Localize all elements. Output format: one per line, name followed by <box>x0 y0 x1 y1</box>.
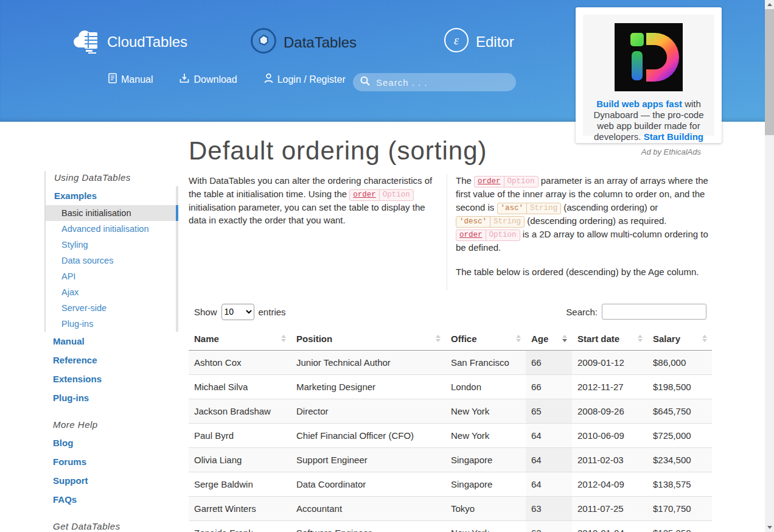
sidebar-item-styling[interactable]: Styling <box>46 237 178 253</box>
intro-paragraph-left: With DataTables you can alter the orderi… <box>189 174 438 227</box>
table-row[interactable]: Garrett WintersAccountantTokyo632011-07-… <box>189 496 712 520</box>
intro-right-column: The orderOption parameter is an array of… <box>447 174 712 290</box>
table-row[interactable]: Ashton CoxJunior Technical AuthorSan Fra… <box>189 350 712 374</box>
cell-salary: $198,500 <box>647 374 712 399</box>
scrollbar-thumb[interactable] <box>765 9 774 135</box>
cell-age: 64 <box>526 423 572 447</box>
sidebar-item-forums[interactable]: Forums <box>44 452 178 471</box>
scroll-up-icon <box>767 3 772 6</box>
column-header-name[interactable]: Name <box>189 327 291 351</box>
ad-attribution[interactable]: Ad by EthicalAds <box>576 147 701 156</box>
cell-office: Singapore <box>445 472 526 496</box>
editor-label: Editor <box>476 33 514 51</box>
nav-login-register[interactable]: Login / Register <box>264 73 346 86</box>
sidebar-item-examples[interactable]: Examples <box>46 186 178 205</box>
scroll-down-icon <box>767 526 772 529</box>
cell-age: 64 <box>526 472 572 496</box>
table-row[interactable]: Paul ByrdChief Financial Officer (CFO)Ne… <box>189 423 712 447</box>
examples-group: Examples Basic initialisationAdvanced in… <box>46 186 178 332</box>
table-body: Ashton CoxJunior Technical AuthorSan Fra… <box>189 350 712 532</box>
cell-age: 63 <box>526 496 572 520</box>
scroll-down-button[interactable] <box>765 523 774 532</box>
intro-left-column: With DataTables you can alter the orderi… <box>189 174 447 290</box>
search-icon <box>360 76 370 88</box>
cell-office: San Francisco <box>445 350 526 374</box>
sidebar-item-basic-initialisation[interactable]: Basic initialisation <box>46 205 178 221</box>
cloudtables-icon <box>72 27 101 57</box>
ad-link-start-building[interactable]: Start Building <box>644 131 703 142</box>
sidebar-item-ajax[interactable]: Ajax <box>46 284 178 300</box>
ad-link-build-web-apps-fast[interactable]: Build web apps fast <box>596 99 682 109</box>
cell-position: Data Coordinator <box>291 472 445 496</box>
sidebar-item-extensions[interactable]: Extensions <box>44 369 178 388</box>
sidebar-item-manual[interactable]: Manual <box>44 332 178 351</box>
intro: With DataTables you can alter the orderi… <box>189 174 712 290</box>
header-nav: Manual Download Login / <box>108 73 346 86</box>
table-row[interactable]: Olivia LiangSupport EngineerSingapore642… <box>189 447 712 472</box>
ad-card[interactable]: Build web apps fast with Dynaboard — the… <box>576 7 722 143</box>
datatables-logo[interactable]: DataTables <box>249 27 357 58</box>
ad-text: Build web apps fast with Dynaboard — the… <box>583 94 714 142</box>
sort-icon-salary <box>702 335 707 342</box>
cell-office: Tokyo <box>445 496 526 520</box>
cell-name: Garrett Winters <box>189 496 291 520</box>
sidebar-item-faqs[interactable]: FAQs <box>44 490 178 509</box>
cell-age: 65 <box>526 399 572 423</box>
code-tag-order[interactable]: orderOption <box>349 189 414 201</box>
code-tag-order[interactable]: orderOption <box>456 229 520 241</box>
sidebar-item-advanced-initialisation[interactable]: Advanced initialisation <box>46 221 178 237</box>
cell-salary: $170,750 <box>647 496 712 520</box>
sidebar-item-blog[interactable]: Blog <box>44 433 178 452</box>
code-tag-desc: 'desc'String <box>456 216 525 228</box>
cell-name: Zenaida Frank <box>189 520 291 532</box>
table-row[interactable]: Jackson BradshawDirectorNew York652008-0… <box>189 399 712 423</box>
entries-label: entries <box>259 307 286 317</box>
sidebar-item-api[interactable]: API <box>46 268 178 284</box>
column-header-position[interactable]: Position <box>291 327 445 351</box>
column-header-age[interactable]: Age <box>526 327 572 351</box>
cell-position: Junior Technical Author <box>291 350 445 374</box>
column-header-salary[interactable]: Salary <box>647 327 712 351</box>
sidebar-item-support[interactable]: Support <box>44 471 178 490</box>
cell-position: Marketing Designer <box>291 374 445 399</box>
nav-manual[interactable]: Manual <box>108 73 153 86</box>
sidebar-item-plug-ins[interactable]: Plug-ins <box>46 316 178 332</box>
table-row[interactable]: Serge BaldwinData CoordinatorSingapore64… <box>189 472 712 496</box>
header-search[interactable] <box>353 73 516 91</box>
editor-logo[interactable]: ε Editor <box>443 27 514 57</box>
user-icon <box>264 73 273 86</box>
cell-salary: $125,250 <box>647 520 712 532</box>
column-header-start-date[interactable]: Start date <box>572 327 647 351</box>
cell-office: London <box>445 374 526 399</box>
cloudtables-logo[interactable]: CloudTables <box>72 27 187 57</box>
table-search-input[interactable] <box>602 304 706 320</box>
sidebar-item-reference[interactable]: Reference <box>44 351 178 369</box>
sidebar-heading-using-datatables: Using DataTables <box>46 171 178 186</box>
cell-office: New York <box>445 423 526 447</box>
employees-table: NamePositionOfficeAgeStart dateSalary As… <box>189 327 712 532</box>
page-length-select[interactable]: 10 <box>221 304 254 320</box>
code-tag-order[interactable]: orderOption <box>474 176 539 187</box>
column-header-office[interactable]: Office <box>445 327 526 351</box>
sidebar-item-data-sources[interactable]: Data sources <box>46 253 178 268</box>
dynaboard-logo <box>583 23 714 94</box>
table-row[interactable]: Zenaida FrankSoftware EngineerNew York63… <box>189 520 712 532</box>
nav-download[interactable]: Download <box>180 73 237 86</box>
sidebar-item-plug-ins[interactable]: Plug-ins <box>44 388 178 407</box>
cell-salary: $234,500 <box>647 447 712 472</box>
cell-position: Software Engineer <box>291 520 445 532</box>
sidebar-section-more-help: More Help BlogForumsSupportFAQs <box>44 418 178 509</box>
cell-start-date: 2010-01-04 <box>572 520 647 532</box>
header-search-input[interactable] <box>375 77 509 88</box>
nav-download-label: Download <box>194 74 237 85</box>
main-content: Default ordering (sorting) With DataTabl… <box>189 136 712 532</box>
page-scrollbar[interactable] <box>765 0 774 532</box>
scroll-up-button[interactable] <box>765 0 774 9</box>
nav-login-label: Login / Register <box>277 74 346 85</box>
sort-icon-office <box>516 335 521 342</box>
cell-age: 63 <box>526 520 572 532</box>
table-row[interactable]: Michael SilvaMarketing DesignerLondon662… <box>189 374 712 399</box>
cell-start-date: 2008-09-26 <box>572 399 647 423</box>
sidebar-item-server-side[interactable]: Server-side <box>46 300 178 316</box>
cell-office: New York <box>445 520 526 532</box>
